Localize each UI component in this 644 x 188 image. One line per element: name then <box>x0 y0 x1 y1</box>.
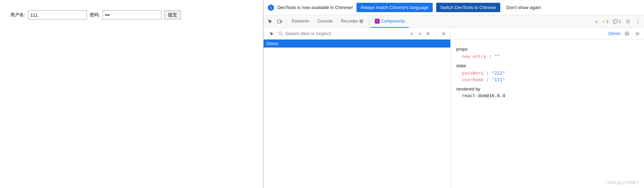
svg-point-11 <box>637 33 638 34</box>
toolbar-right: » ⚠ 1 💬 1 ⋮ <box>593 17 643 26</box>
inspect-element-button[interactable] <box>265 17 275 26</box>
inspect-dom-button[interactable] <box>634 30 641 37</box>
svg-line-7 <box>281 34 283 36</box>
svg-point-6 <box>279 32 282 34</box>
toolbar-separator-1 <box>286 18 286 25</box>
language-banner: i DevTools is now available in Chinese! … <box>264 0 644 15</box>
password-label: 密码: <box>90 12 100 18</box>
tree-panel: ∧ ∨ ✕ Demo <box>264 28 451 188</box>
components-react-icon: ⚛ <box>375 19 380 24</box>
banner-message: DevTools is now available in Chinese! <box>277 5 353 10</box>
search-nav-buttons: ∧ ∨ ✕ <box>408 30 432 37</box>
cursor-button[interactable] <box>266 29 276 39</box>
search-settings-button[interactable] <box>440 30 448 37</box>
info-icon: i <box>268 5 274 11</box>
match-language-button[interactable]: Always match Chrome's language <box>356 3 433 12</box>
svg-rect-1 <box>281 20 282 23</box>
state-section-title: state <box>456 63 638 68</box>
new-entry-prop: new entry : "" <box>462 54 638 59</box>
components-label: Components <box>381 19 405 24</box>
submit-button[interactable]: 提交 <box>164 10 181 19</box>
search-bar-right <box>437 30 448 37</box>
info-count: 1 <box>619 19 621 24</box>
recorder-icon <box>359 19 363 23</box>
new-entry-key: new entry <box>462 54 486 59</box>
tab-elements[interactable]: Elements <box>288 15 313 28</box>
component-name-link[interactable]: Demo <box>608 31 620 36</box>
more-options-button[interactable]: ⋮ <box>633 17 643 26</box>
props-section-title: props <box>456 46 638 52</box>
switch-to-chinese-button[interactable]: Switch DevTools to Chinese <box>436 3 500 12</box>
rendered-by-value: react-dom@16.8.4 <box>462 93 638 98</box>
username-label: 用户名: <box>10 12 25 18</box>
search-input[interactable] <box>285 31 406 36</box>
devtools-toolbar: Elements Console Recorder ⚛ Components »… <box>264 15 644 28</box>
devtools-body: ∧ ∨ ✕ Demo <box>264 28 644 188</box>
username-prop: userName : "111" <box>462 77 638 82</box>
svg-point-10 <box>626 33 628 34</box>
props-panel: props new entry : "" state passWord : "2… <box>451 40 644 188</box>
rendered-by-label: rendered by <box>456 86 638 92</box>
password-value: "222" <box>492 70 505 76</box>
settings-button[interactable] <box>623 17 633 26</box>
svg-point-2 <box>279 22 279 23</box>
dismiss-banner-button[interactable]: Don't show again <box>504 3 544 12</box>
svg-point-4 <box>361 20 362 22</box>
username-key: userName <box>462 77 484 82</box>
view-source-button[interactable] <box>623 30 631 37</box>
search-icon <box>278 31 283 36</box>
warn-icon: ⚠ <box>602 19 606 24</box>
chat-icon: 💬 <box>613 19 618 24</box>
tab-recorder[interactable]: Recorder <box>337 15 368 28</box>
device-mode-button[interactable] <box>275 17 284 26</box>
tree-content: Demo <box>264 40 450 188</box>
username-value: "111" <box>492 77 505 82</box>
warning-badge[interactable]: ⚠ 1 <box>600 18 611 25</box>
password-prop: passWord : "222" <box>462 70 638 76</box>
search-next-button[interactable]: ∨ <box>416 30 424 37</box>
tab-console[interactable]: Console <box>313 15 337 28</box>
search-bar: ∧ ∨ ✕ <box>264 28 450 40</box>
props-header: Demo <box>451 28 644 40</box>
warn-count: 1 <box>607 19 609 24</box>
recorder-label: Recorder <box>341 19 358 24</box>
rendered-by-section: rendered by react-dom@16.8.4 <box>456 86 638 98</box>
svg-point-5 <box>627 21 629 22</box>
svg-point-8 <box>443 33 444 34</box>
info-badge[interactable]: 💬 1 <box>611 18 623 25</box>
tree-item-demo[interactable]: Demo <box>264 40 450 48</box>
username-input[interactable] <box>28 10 87 19</box>
devtools-panel: i DevTools is now available in Chinese! … <box>263 0 644 188</box>
more-tabs-button[interactable]: » <box>593 19 600 24</box>
svg-point-9 <box>625 32 629 35</box>
new-entry-value: "" <box>494 54 500 59</box>
web-page-area: 用户名: 密码: 提交 <box>0 0 263 188</box>
login-form: 用户名: 密码: 提交 <box>10 10 253 19</box>
watermark: CSDN @山竹回家了 <box>605 180 640 185</box>
toolbar-separator-2 <box>369 18 369 25</box>
props-panel-wrapper: Demo props new entr <box>451 28 644 188</box>
tab-components[interactable]: ⚛ Components <box>371 15 409 28</box>
search-close-button[interactable]: ✕ <box>424 30 432 37</box>
password-input[interactable] <box>103 10 161 19</box>
password-key: passWord <box>462 70 484 76</box>
search-prev-button[interactable]: ∧ <box>408 30 415 37</box>
